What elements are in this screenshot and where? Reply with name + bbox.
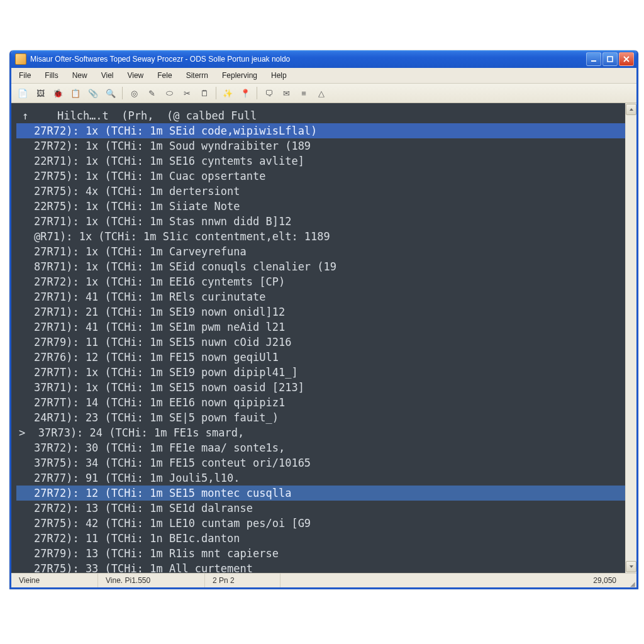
resize-grip[interactable]: ◢ bbox=[624, 572, 636, 589]
terminal-line[interactable]: 27R71): 21 (TCHi: 1m SE19 nown onidl]12 bbox=[16, 304, 625, 319]
main-area: ↑ Hilch….t (Prh, (@ calbed Full27R72): 1… bbox=[11, 103, 636, 573]
terminal-line[interactable]: 37R75): 34 (TCHi: 1m FE15 conteut ori/10… bbox=[16, 455, 625, 470]
svg-rect-1 bbox=[608, 57, 613, 62]
terminal-line[interactable]: 22R75): 1x (TCHi: 1m Siiate Note bbox=[16, 199, 625, 214]
file-button[interactable]: 📄 bbox=[15, 86, 30, 101]
toolbar-separator bbox=[257, 87, 257, 99]
status-cell-1: Vieine bbox=[11, 574, 98, 587]
chevron-down-icon bbox=[629, 565, 634, 569]
warn-icon: △ bbox=[318, 89, 325, 98]
note-button[interactable]: 🗨 bbox=[261, 86, 276, 101]
terminal-line[interactable]: 27R7T): 14 (TCHi: 1m EE16 nown qipipiz1 bbox=[16, 395, 625, 410]
scroll-down-button[interactable] bbox=[626, 561, 636, 572]
bug-button[interactable]: 🐞 bbox=[50, 86, 65, 101]
scroll-up-button[interactable] bbox=[626, 104, 636, 115]
list-button[interactable]: ≡ bbox=[296, 86, 311, 101]
mail-button[interactable]: ✉ bbox=[279, 86, 294, 101]
image-icon: 🖼 bbox=[36, 89, 45, 98]
drop-icon: ⬭ bbox=[166, 88, 173, 98]
menu-item-view[interactable]: View bbox=[121, 69, 150, 82]
terminal-line[interactable]: 27R72): 1x (TCHi: 1m Soud wyndraibiter (… bbox=[16, 138, 625, 153]
terminal-line[interactable]: 27R72): 13 (TCHi: 1m SE1d dalranse bbox=[16, 501, 625, 516]
board-icon: 🗒 bbox=[201, 89, 209, 98]
terminal-line[interactable]: 37R71): 1x (TCHi: 1m SE15 nown oasid [21… bbox=[16, 380, 625, 395]
terminal-line[interactable]: 22R71): 1x (TCHi: 1m SE16 cyntemts avlit… bbox=[16, 153, 625, 169]
board-button[interactable]: 🗒 bbox=[197, 86, 212, 101]
titlebar[interactable]: Misaur Ofter-Softwares Toped Seway Proce… bbox=[11, 50, 636, 68]
vertical-scrollbar[interactable] bbox=[625, 103, 636, 573]
terminal-line[interactable]: 27R75): 4x (TCHi: 1m dertersiont bbox=[16, 184, 625, 199]
app-icon bbox=[15, 53, 26, 65]
terminal-line[interactable]: @R71): 1x (TCHi: 1m S1ic contentment,elt… bbox=[16, 229, 625, 244]
chevron-up-icon bbox=[629, 108, 634, 111]
terminal-line[interactable]: 37R72): 30 (TCHi: 1m FE1e maa/ sonte1s, bbox=[16, 440, 625, 455]
terminal-line[interactable]: 27R72): 1x (TCHi: 1m EE16 cyntemts [CP) bbox=[16, 274, 625, 289]
terminal-line[interactable]: 27R77): 91 (TCHi: 1m Jouli5,l10. bbox=[16, 470, 625, 486]
window-title: Misaur Ofter-Softwares Toped Seway Proce… bbox=[30, 55, 586, 64]
terminal-line[interactable]: 27R75): 42 (TCHi: 1m LE10 cuntam pes/oi … bbox=[16, 516, 625, 531]
attach-icon: 📎 bbox=[88, 89, 98, 98]
close-icon bbox=[623, 56, 630, 62]
terminal-line[interactable]: 27R72): 1x (TCHi: 1m SEid code,wipiwisLf… bbox=[16, 123, 625, 138]
search-button[interactable]: 🔍 bbox=[103, 86, 118, 101]
terminal-line[interactable]: 87R71): 1x (TCHi: 1m SEid conuqls clenal… bbox=[16, 259, 625, 274]
terminal-line[interactable]: 27R7T): 1x (TCHi: 1m SE19 pown dipipl41_… bbox=[16, 365, 625, 380]
search-icon: 🔍 bbox=[106, 89, 116, 98]
terminal-line[interactable]: 27R76): 12 (TCHi: 1m FE15 nown geqiUl1 bbox=[16, 350, 625, 365]
maximize-button[interactable] bbox=[602, 52, 618, 66]
terminal-line[interactable]: 27R71): 1x (TCHi: 1m Carveyrefuna bbox=[16, 244, 625, 259]
terminal-output[interactable]: ↑ Hilch….t (Prh, (@ calbed Full27R72): 1… bbox=[11, 103, 625, 573]
toolbar-separator bbox=[122, 87, 123, 99]
minimize-icon bbox=[591, 56, 597, 62]
menu-item-file[interactable]: File bbox=[13, 69, 37, 82]
disc-icon: ◎ bbox=[131, 89, 138, 98]
attach-button[interactable]: 📎 bbox=[86, 86, 101, 101]
terminal-line[interactable]: 27R75): 33 (TCHi: 1m All curtement bbox=[16, 561, 625, 573]
terminal-line[interactable]: 24R71): 23 (TCHi: 1m SE|5 pown fauit_) bbox=[16, 410, 625, 425]
note-icon: 🗨 bbox=[265, 89, 273, 98]
copy-button[interactable]: 📋 bbox=[68, 86, 83, 101]
mail-icon: ✉ bbox=[283, 89, 290, 98]
copy-icon: 📋 bbox=[70, 89, 80, 98]
clip-icon: ✂ bbox=[184, 89, 191, 98]
terminal-line[interactable]: 27R71): 41 (TCHi: 1m SE1m pwm neAid l21 bbox=[16, 319, 625, 335]
status-cell-2: Vine. Pi1.550 bbox=[98, 574, 205, 587]
menu-item-viel[interactable]: Viel bbox=[95, 69, 120, 82]
disc-button[interactable]: ◎ bbox=[126, 86, 142, 101]
bug-icon: 🐞 bbox=[53, 89, 63, 98]
terminal-header-text: Hilch….t (Prh, (@ calbed Full bbox=[31, 109, 257, 122]
menu-item-siterrn[interactable]: Siterrn bbox=[180, 69, 214, 82]
window-controls bbox=[586, 52, 634, 66]
warn-button[interactable]: △ bbox=[314, 86, 329, 101]
terminal-line[interactable]: 27R72): 11 (TCHi: 1n BE1c.danton bbox=[16, 531, 625, 546]
terminal-line[interactable]: 27R79): 13 (TCHi: 1m R1is mnt capierse bbox=[16, 546, 625, 561]
clip-button[interactable]: ✂ bbox=[179, 86, 194, 101]
pin-button[interactable]: 📍 bbox=[238, 86, 253, 101]
menu-item-help[interactable]: Help bbox=[265, 69, 293, 82]
file-icon: 📄 bbox=[18, 89, 28, 98]
minimize-button[interactable] bbox=[586, 52, 601, 66]
status-cell-right: 29,050 bbox=[586, 574, 624, 587]
terminal-header: ↑ Hilch….t (Prh, (@ calbed Full bbox=[16, 108, 625, 123]
terminal-line[interactable]: 27R79): 11 (TCHi: 1m SE15 nuwn cOid J216 bbox=[16, 335, 625, 350]
image-button[interactable]: 🖼 bbox=[33, 86, 48, 101]
menu-item-feplerving[interactable]: Feplerving bbox=[216, 69, 264, 82]
terminal-line[interactable]: 27R71): 1x (TCHi: 1m Stas nnwn didd B]12 bbox=[16, 214, 625, 229]
close-button[interactable] bbox=[619, 52, 634, 66]
maximize-icon bbox=[607, 56, 613, 62]
terminal-line[interactable]: 27R72): 12 (TCHi: 1m SE15 montec cusqlla bbox=[16, 486, 625, 501]
toolbar: 📄🖼🐞📋📎🔍◎✎⬭✂🗒✨📍🗨✉≡△ bbox=[11, 84, 636, 103]
menu-item-new[interactable]: New bbox=[66, 69, 94, 82]
statusbar: Vieine Vine. Pi1.550 2 Pn 2 29,050 ◢ bbox=[11, 573, 636, 587]
list-icon: ≡ bbox=[301, 89, 306, 98]
terminal-line[interactable]: 27R71): 41 (TCHi: 1m REls curinutate bbox=[16, 289, 625, 304]
terminal-line[interactable]: > 37R73): 24 (TCHi: 1m FE1s smard, bbox=[16, 425, 625, 440]
drop-button[interactable]: ⬭ bbox=[162, 86, 177, 101]
menu-item-fele[interactable]: Fele bbox=[151, 69, 178, 82]
menu-item-fills[interactable]: Fills bbox=[38, 69, 64, 82]
wand-icon: ✨ bbox=[223, 89, 233, 98]
wand-button[interactable]: ✨ bbox=[220, 86, 235, 101]
terminal-line[interactable]: 27R75): 1x (TCHi: 1m Cuac opsertante bbox=[16, 169, 625, 184]
menubar: FileFillsNewVielViewFeleSiterrnFeplervin… bbox=[11, 68, 636, 84]
pencil-button[interactable]: ✎ bbox=[144, 86, 159, 101]
